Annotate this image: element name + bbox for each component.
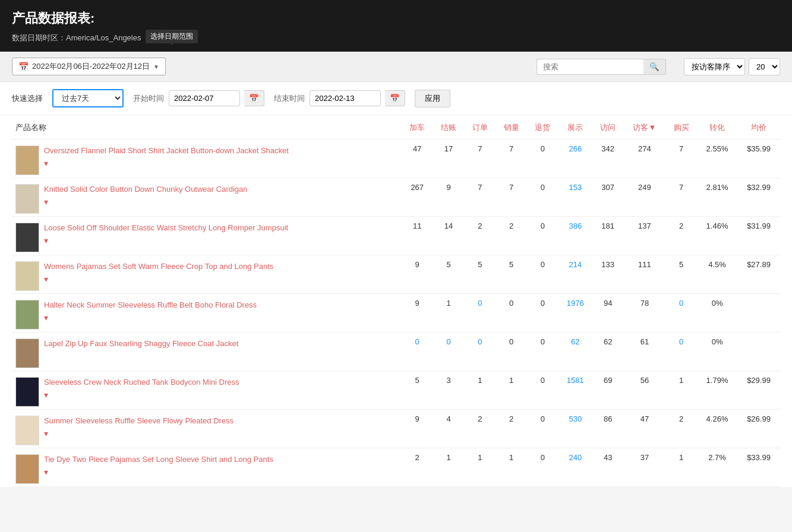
visits-value: 342 [592,140,624,178]
impressions-value: 266 [558,140,592,178]
avg-price-value: $32.99 [737,178,780,217]
impressions-value: 530 [558,410,592,448]
visits-value: 133 [592,255,624,294]
product-name-link[interactable]: Oversized Flannel Plaid Short Shirt Jack… [44,145,289,156]
purchases-value: 2 [665,410,697,448]
search-button[interactable]: 🔍 [643,59,666,75]
product-name-cell: Knitted Solid Color Button Down Chunky O… [12,178,402,217]
expand-row-button[interactable]: ▾ [44,236,288,245]
table-header-row: 产品名称 加车 结账 订单 销量 退货 展示 访问 访客▼ 购买 转化 均价 [12,115,780,140]
end-calendar-button[interactable]: 📅 [385,90,405,106]
end-date-input[interactable] [310,90,381,106]
product-name-link[interactable]: Womens Pajamas Set Soft Warm Fleece Crop… [44,261,273,272]
sort-select[interactable]: 按访客降序 [684,58,745,75]
sales-value: 5 [496,255,527,294]
page-header: 产品数据报表: 数据日期时区：America/Los_Angeles 选择日期范… [0,0,792,115]
cart-value: 9 [402,255,433,294]
checkout-value: 1 [433,448,465,487]
apply-button[interactable]: 应用 [415,90,450,107]
product-name-link[interactable]: Lapel Zip Up Faux Shearling Shaggy Fleec… [44,338,238,349]
product-name-link[interactable]: Knitted Solid Color Button Down Chunky O… [44,184,248,195]
sales-value: 7 [496,178,527,217]
start-time-label: 开始时间 [133,93,164,104]
product-thumbnail [15,416,39,445]
returns-value: 0 [527,255,558,294]
visitors-value: 249 [624,178,666,217]
product-name-link[interactable]: Summer Sleeveless Ruffle Sleeve Flowy Pl… [44,416,234,426]
product-name-cell: Sleeveless Crew Neck Ruched Tank Bodycon… [12,371,402,410]
visits-value: 181 [592,217,624,255]
sales-value: 2 [496,410,527,448]
product-thumbnail [15,300,39,330]
cart-value: 47 [402,140,433,178]
checkout-value: 4 [433,410,465,448]
impressions-value: 153 [558,178,592,217]
impressions-value: 240 [558,448,592,487]
table-row: Halter Neck Summer Sleeveless Ruffle Bel… [12,294,780,332]
page-title: 产品数据报表: [12,10,780,27]
expand-row-button[interactable]: ▾ [44,467,273,477]
product-name-link[interactable]: Sleeveless Crew Neck Ruched Tank Bodycon… [44,377,239,388]
calendar-icon: 📅 [18,62,29,71]
expand-row-button[interactable]: ▾ [44,429,234,438]
col-avg-price: 均价 [737,115,780,140]
quick-select-dropdown[interactable]: 过去7天 [52,89,124,107]
checkout-value: 14 [433,217,465,255]
visits-value: 43 [592,448,624,487]
col-checkout: 结账 [433,115,465,140]
product-thumbnail [15,261,39,291]
product-name-cell: Lapel Zip Up Faux Shearling Shaggy Fleec… [12,332,402,371]
visits-value: 86 [592,410,624,448]
impressions-value: 62 [558,332,592,371]
product-thumbnail [15,338,39,368]
dropdown-arrow-icon: ▼ [153,64,159,70]
purchases-value: 0 [665,294,697,332]
expand-row-button[interactable]: ▾ [44,274,273,284]
product-name-cell: Summer Sleeveless Ruffle Sleeve Flowy Pl… [12,410,402,448]
expand-row-button[interactable]: ▾ [44,197,248,207]
product-name-link[interactable]: Loose Solid Off Shoulder Elastic Waist S… [44,223,288,233]
visitors-value: 274 [624,140,666,178]
checkout-value: 5 [433,255,465,294]
table-row: Womens Pajamas Set Soft Warm Fleece Crop… [12,255,780,294]
count-select[interactable]: 20 [749,58,780,75]
timezone-label: 数据日期时区：America/Los_Angeles [12,33,141,43]
visitors-value: 111 [624,255,666,294]
end-time-label: 结束时间 [274,93,305,104]
impressions-value: 1581 [558,371,592,410]
returns-value: 0 [527,410,558,448]
product-thumbnail [15,377,39,407]
search-input[interactable] [537,59,643,75]
sales-value: 2 [496,217,527,255]
orders-value: 2 [464,410,496,448]
cart-value: 11 [402,217,433,255]
orders-value: 0 [464,294,496,332]
product-name-link[interactable]: Tie Dye Two Piece Pajamas Set Long Sleev… [44,454,273,465]
product-name-cell: Oversized Flannel Plaid Short Shirt Jack… [12,140,402,178]
returns-value: 0 [527,140,558,178]
impressions-value: 386 [558,217,592,255]
col-cart: 加车 [402,115,433,140]
expand-row-button[interactable]: ▾ [44,313,257,322]
col-sales: 销量 [496,115,527,140]
table-row: Tie Dye Two Piece Pajamas Set Long Sleev… [12,448,780,487]
orders-value: 7 [464,140,496,178]
returns-value: 0 [527,448,558,487]
expand-row-button[interactable]: ▾ [44,390,239,400]
avg-price-value [737,294,780,332]
start-calendar-button[interactable]: 📅 [244,90,264,106]
returns-value: 0 [527,332,558,371]
conversion-value: 2.7% [697,448,737,487]
cart-value: 5 [402,371,433,410]
orders-value: 1 [464,371,496,410]
product-table: 产品名称 加车 结账 订单 销量 退货 展示 访问 访客▼ 购买 转化 均价 O… [12,115,780,487]
date-range-button[interactable]: 📅 2022年02月06日-2022年02月12日 ▼ [12,58,166,75]
expand-row-button[interactable]: ▾ [44,159,289,168]
table-row: Lapel Zip Up Faux Shearling Shaggy Fleec… [12,332,780,371]
impressions-value: 214 [558,255,592,294]
product-name-link[interactable]: Halter Neck Summer Sleeveless Ruffle Bel… [44,300,257,311]
col-purchases: 购买 [665,115,697,140]
table-row: Loose Solid Off Shoulder Elastic Waist S… [12,217,780,255]
col-visitors: 访客▼ [624,115,666,140]
start-date-input[interactable] [169,90,240,106]
